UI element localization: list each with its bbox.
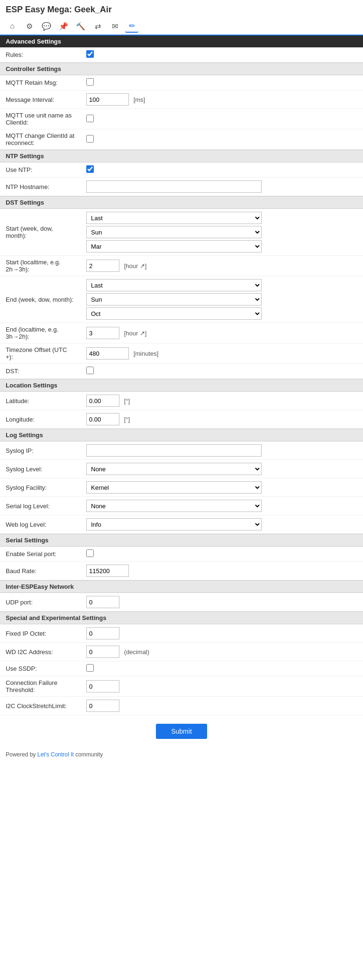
web-log-label: Web log Level: <box>0 515 81 534</box>
longitude-label: Longitude: <box>0 410 81 429</box>
baud-rate-label: Baud Rate: <box>0 562 81 580</box>
mqtt-unit-name-row: MQTT use unit name as ClientId: <box>0 109 363 129</box>
chat-icon[interactable]: 💬 <box>40 19 53 33</box>
special-settings-header: Special and Experimental Settings <box>0 611 363 624</box>
timezone-row: Timezone Offset (UTC +): [minutes] <box>0 343 363 364</box>
syslog-level-select[interactable]: NoneErrorInfoDebugDebug MoreDebug Dev <box>86 463 262 475</box>
dst-start-row: Start (week, dow, month): Last1st2nd3rd4… <box>0 209 363 256</box>
edit-icon[interactable]: ✏ <box>125 19 138 33</box>
dst-checkbox[interactable] <box>86 367 94 374</box>
web-log-select[interactable]: NoneErrorInfoDebugDebug MoreDebug Dev <box>86 518 262 530</box>
pin-icon[interactable]: 📌 <box>57 19 70 33</box>
dst-start-localtime-label: Start (localtime, e.g. 2h→3h): <box>0 256 81 276</box>
dst-start-label: Start (week, dow, month): <box>0 209 81 256</box>
controller-settings-table: MQTT Retain Msg: Message Interval: 100 [… <box>0 75 363 150</box>
syslog-facility-row: Syslog Facility: KernelUserDaemonMessage… <box>0 478 363 497</box>
ntp-settings-table: Use NTP: NTP Hostname: <box>0 162 363 196</box>
special-settings-table: Fixed IP Octet: WD I2C Address: (decimal… <box>0 624 363 715</box>
ntp-hostname-label: NTP Hostname: <box>0 178 81 196</box>
dst-start-week-select[interactable]: Last1st2nd3rd4th <box>86 212 262 224</box>
syslog-ip-label: Syslog IP: <box>0 441 81 460</box>
inter-espeasy-header: Inter-ESPEasy Network <box>0 580 363 593</box>
i2c-clock-input[interactable] <box>86 700 119 712</box>
serial-settings-table: Enable Serial port: Baud Rate: <box>0 547 363 580</box>
dst-settings-header: DST Settings <box>0 196 363 209</box>
use-ssdp-checkbox[interactable] <box>86 664 94 672</box>
mail-icon[interactable]: ✉ <box>108 19 121 33</box>
message-interval-unit: [ms] <box>134 96 145 103</box>
dst-end-localtime-input[interactable] <box>86 327 119 339</box>
use-ssdp-label: Use SSDP: <box>0 661 81 676</box>
rules-checkbox[interactable] <box>86 50 94 58</box>
arrows-icon[interactable]: ⇄ <box>91 19 104 33</box>
fixed-ip-label: Fixed IP Octet: <box>0 624 81 643</box>
mqtt-change-clientid-row: MQTT change ClientId at reconnect: <box>0 129 363 150</box>
conn-failure-label: Connection Failure Threshold: <box>0 676 81 697</box>
footer: Powered by Let's Control It community <box>0 747 363 762</box>
udp-port-label: UDP port: <box>0 593 81 611</box>
syslog-facility-label: Syslog Facility: <box>0 478 81 497</box>
timezone-input[interactable] <box>86 347 129 360</box>
dst-end-row: End (week, dow, month): Last1st2nd3rd4th… <box>0 276 363 323</box>
ntp-hostname-input[interactable] <box>86 180 262 193</box>
syslog-level-row: Syslog Level: NoneErrorInfoDebugDebug Mo… <box>0 460 363 478</box>
syslog-level-label: Syslog Level: <box>0 460 81 478</box>
controller-settings-header: Controller Settings <box>0 63 363 75</box>
latitude-row: Latitude: [°] <box>0 392 363 410</box>
settings-icon[interactable]: ⚙ <box>23 19 36 33</box>
latitude-input[interactable] <box>86 395 119 407</box>
dst-start-localtime-row: Start (localtime, e.g. 2h→3h): [hour ↗] <box>0 256 363 276</box>
syslog-ip-input[interactable] <box>86 444 262 457</box>
use-ssdp-row: Use SSDP: <box>0 661 363 676</box>
enable-serial-checkbox[interactable] <box>86 549 94 557</box>
dst-end-label: End (week, dow, month): <box>0 276 81 323</box>
dst-start-month-select[interactable]: JanFebMarAprMayJunJulAugSepOctNovDec <box>86 240 262 252</box>
conn-failure-row: Connection Failure Threshold: <box>0 676 363 697</box>
dst-end-localtime-unit: [hour ↗] <box>124 330 147 337</box>
message-interval-input[interactable]: 100 <box>86 93 129 106</box>
timezone-unit: [minutes] <box>134 350 159 357</box>
dst-end-dow-select[interactable]: SunMonTueWedThuFriSat <box>86 293 262 306</box>
mqtt-change-clientid-checkbox[interactable] <box>86 135 94 143</box>
ntp-hostname-row: NTP Hostname: <box>0 178 363 196</box>
fixed-ip-input[interactable] <box>86 627 119 639</box>
mqtt-unit-name-checkbox[interactable] <box>86 115 94 122</box>
use-ntp-row: Use NTP: <box>0 162 363 178</box>
home-icon[interactable]: ⌂ <box>6 19 19 33</box>
mqtt-retain-label: MQTT Retain Msg: <box>0 75 81 90</box>
serial-settings-header: Serial Settings <box>0 534 363 547</box>
conn-failure-input[interactable] <box>86 680 119 692</box>
syslog-facility-select[interactable]: KernelUserDaemonMessages <box>86 481 262 494</box>
use-ntp-label: Use NTP: <box>0 162 81 178</box>
udp-port-input[interactable] <box>86 596 119 608</box>
enable-serial-row: Enable Serial port: <box>0 547 363 562</box>
footer-link[interactable]: Let's Control It <box>37 751 74 758</box>
use-ntp-checkbox[interactable] <box>86 165 94 173</box>
mqtt-retain-checkbox[interactable] <box>86 78 94 86</box>
dst-label: DST: <box>0 364 81 379</box>
submit-button[interactable]: Submit <box>156 724 207 739</box>
toolbar: ⌂ ⚙ 💬 📌 🔨 ⇄ ✉ ✏ <box>0 18 363 36</box>
fixed-ip-row: Fixed IP Octet: <box>0 624 363 643</box>
tool-icon[interactable]: 🔨 <box>74 19 87 33</box>
latitude-unit: [°] <box>124 397 130 405</box>
wd-i2c-unit: (decimal) <box>124 648 149 656</box>
longitude-input[interactable] <box>86 413 119 425</box>
rules-label: Rules: <box>0 47 81 63</box>
dst-checkbox-row: DST: <box>0 364 363 379</box>
web-log-row: Web log Level: NoneErrorInfoDebugDebug M… <box>0 515 363 534</box>
dst-end-month-select[interactable]: JanFebMarAprMayJunJulAugSepOctNovDec <box>86 307 262 320</box>
dst-start-localtime-input[interactable] <box>86 260 119 272</box>
longitude-row: Longitude: [°] <box>0 410 363 429</box>
dst-end-week-select[interactable]: Last1st2nd3rd4th <box>86 279 262 291</box>
wd-i2c-input[interactable] <box>86 646 119 658</box>
footer-suffix: community <box>74 751 103 758</box>
dst-start-dow-select[interactable]: SunMonTueWedThuFriSat <box>86 226 262 238</box>
serial-log-select[interactable]: NoneErrorInfoDebugDebug MoreDebug Dev <box>86 500 262 512</box>
i2c-clock-label: I2C ClockStretchLimit: <box>0 697 81 715</box>
timezone-label: Timezone Offset (UTC +): <box>0 343 81 364</box>
syslog-ip-row: Syslog IP: <box>0 441 363 460</box>
serial-log-label: Serial log Level: <box>0 497 81 515</box>
mqtt-retain-row: MQTT Retain Msg: <box>0 75 363 90</box>
baud-rate-input[interactable] <box>86 565 129 577</box>
